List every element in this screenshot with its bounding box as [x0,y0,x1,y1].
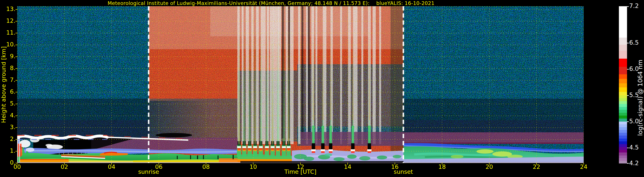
y-tick-mark [16,68,17,69]
x-tick-mark [17,163,18,165]
x-tick-label: 12 [297,164,304,170]
x-tick-label: 04 [108,164,115,170]
x-tick-mark [489,163,490,165]
colorbar-tick-mark [627,147,629,148]
x-tick-label: 08 [202,164,210,170]
y-tick-mark [16,80,17,81]
y-tick-label: 7. [0,77,16,83]
y-tick-mark [16,104,17,104]
y-tick-label: 8. [0,65,16,71]
precip-streak [246,6,249,144]
y-tick-mark [16,45,17,45]
screenshot-root: Meteorological Institute of Ludwig-Maxim… [0,0,644,177]
dark-column [302,6,304,138]
x-tick-mark [253,163,254,165]
y-tick-mark [16,33,17,33]
colorbar-tick-label: 6.5 [629,40,639,46]
dark-column [308,6,310,138]
y-tick-label: 13. [0,6,16,12]
lidar-heatmap [17,6,584,163]
colorbar-tick-mark [627,95,629,96]
y-tick-label: 11. [0,30,16,36]
colorbar-tick-mark [627,6,629,7]
y-tick-label: 2. [0,136,16,142]
colorbar-tick-mark [627,163,629,164]
x-tick-mark [64,163,64,165]
x-tick-mark [536,163,537,165]
y-tick-label: 5. [0,101,16,107]
x-tick-label: 24 [580,164,587,170]
colorbar-tick-label: 7.2 [629,3,639,9]
x-tick-mark [158,163,159,165]
colorbar-tick-label: 4.2 [629,160,639,166]
colorbar-tick-mark [627,43,629,43]
colorbar-tick-label: 5.0 [629,118,639,124]
y-tick-label: 6. [0,89,16,95]
colorbar-tick-label: 5.5 [629,92,639,98]
precip-streak [372,6,376,144]
x-tick-label: 14 [344,164,351,170]
precip-streak [298,6,300,144]
y-tick-mark [16,21,17,22]
precip-streak [348,6,351,144]
y-tick-mark [16,163,17,163]
y-tick-label: 4. [0,112,16,118]
colorbar-tick-label: 4.5 [629,144,639,150]
x-tick-mark [395,163,395,165]
y-tick-mark [16,151,17,151]
x-tick-label: 10 [250,164,257,170]
y-tick-mark [16,92,17,92]
y-tick-label: 1. [0,148,16,154]
precip-streak [306,6,308,144]
y-tick-mark [16,139,17,140]
y-tick-mark [16,116,17,116]
y-tick-mark [16,127,17,128]
precip-streak [286,6,288,144]
y-tick-mark [16,57,17,57]
x-tick-mark [348,163,348,165]
precip-streak [316,6,318,144]
precip-streak [380,6,381,144]
x-tick-mark [206,163,206,165]
x-tick-label: 18 [438,164,446,170]
x-tick-mark [584,163,584,165]
precip-streak [290,6,293,144]
colorbar-tick-mark [627,69,629,70]
y-tick-label: 0. [0,160,16,166]
x-tick-mark [442,163,442,165]
y-tick-label: 3. [0,124,16,130]
colorbar-tick-label: 6.0 [629,66,639,72]
x-tick-label: 22 [533,164,540,170]
x-tick-label: 16 [391,164,398,170]
x-tick-label: 20 [486,164,493,170]
precip-streak [340,6,342,144]
y-tick-label: 12. [0,18,16,24]
x-tick-label: 06 [155,164,162,170]
y-tick-label: 9. [0,53,16,59]
precip-streak [256,6,259,144]
y-tick-mark [16,9,17,10]
colorbar-tick-mark [627,121,629,122]
x-tick-mark [300,163,301,165]
y-tick-label: 10. [0,42,16,48]
plot-title: Meteorological Institute of Ludwig-Maxim… [108,1,434,6]
precip-streak [362,6,363,144]
x-tick-label: 02 [61,164,68,170]
colorbar-gradient [619,6,627,163]
x-tick-mark [111,163,112,165]
